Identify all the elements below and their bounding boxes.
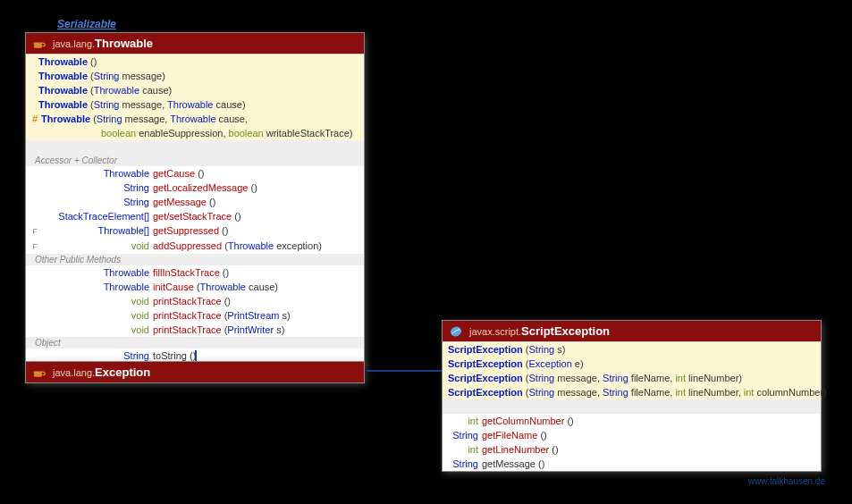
- constructor-row-cont: boolean enableSuppression, boolean writa…: [26, 126, 364, 140]
- method-row: StackTraceElement[]get/setStackTrace (): [26, 209, 364, 223]
- class-throwable: java.lang.Throwable Throwable () Throwab…: [25, 32, 365, 364]
- java-cup-icon: [31, 38, 47, 50]
- method-row: intgetColumnNumber (): [443, 414, 821, 428]
- method-row: ThrowablefillInStackTrace (): [26, 265, 364, 280]
- connector-exception-scriptexception: [367, 370, 442, 372]
- blank-row: [443, 399, 821, 414]
- watermark: www.falkhausen.de: [748, 476, 825, 486]
- constructor-row: Throwable (String message, Throwable cau…: [26, 97, 364, 112]
- method-row: ThrowableinitCause (Throwable cause): [26, 280, 364, 294]
- method-row: FvoidaddSuppressed (Throwable exception): [26, 239, 364, 254]
- constructor-row: Throwable (): [26, 55, 364, 69]
- section-other: Other Public Methods: [26, 254, 364, 265]
- method-row: ThrowablegetCause (): [26, 166, 364, 181]
- class-header-exception: java.lang.Exception: [26, 362, 364, 382]
- java-cup-icon: [31, 366, 47, 379]
- constructor-row: ScriptException (String s): [443, 342, 821, 357]
- class-name: Throwable: [95, 37, 153, 50]
- connector-throwable-exception: [195, 350, 197, 361]
- class-body-throwable: Throwable () Throwable (String message) …: [26, 54, 364, 363]
- blank-row: [26, 140, 364, 155]
- java-bean-icon: [448, 325, 464, 338]
- constructor-row: # Throwable (String message, Throwable c…: [26, 112, 364, 126]
- package-label: javax.script.: [469, 326, 521, 337]
- method-row: StringgetMessage (): [26, 195, 364, 209]
- constructor-row: ScriptException (Exception e): [443, 357, 821, 371]
- class-body-scriptexception: ScriptException (String s) ScriptExcepti…: [443, 341, 821, 471]
- svg-point-2: [449, 325, 462, 338]
- section-object: Object: [26, 337, 364, 349]
- method-row: StringgetFileName (): [443, 428, 821, 442]
- class-exception: java.lang.Exception: [25, 361, 365, 383]
- interface-serializable-label: Serializable: [57, 18, 116, 30]
- constructor-row: ScriptException (String message, String …: [443, 371, 821, 385]
- section-accessor: Accessor + Collector: [26, 155, 364, 166]
- constructor-row: Throwable (Throwable cause): [26, 83, 364, 97]
- class-name: ScriptException: [521, 324, 610, 338]
- constructor-row: ScriptException (String message, String …: [443, 385, 821, 399]
- constructor-row: Throwable (String message): [26, 69, 364, 83]
- method-row: StringgetMessage (): [443, 457, 821, 471]
- class-scriptexception: javax.script.ScriptException ScriptExcep…: [442, 320, 822, 472]
- package-label: java.lang.: [53, 367, 95, 378]
- method-row: voidprintStackTrace (): [26, 294, 364, 308]
- method-row: FThrowable[]getSuppressed (): [26, 223, 364, 239]
- method-row: voidprintStackTrace (PrintWriter s): [26, 323, 364, 337]
- class-header-scriptexception: javax.script.ScriptException: [443, 321, 821, 341]
- package-label: java.lang.: [53, 38, 95, 49]
- method-row: StringgetLocalizedMessage (): [26, 181, 364, 195]
- class-header-throwable: java.lang.Throwable: [26, 33, 364, 54]
- method-row: intgetLineNumber (): [443, 442, 821, 457]
- method-row: voidprintStackTrace (PrintStream s): [26, 308, 364, 323]
- class-name: Exception: [95, 365, 150, 379]
